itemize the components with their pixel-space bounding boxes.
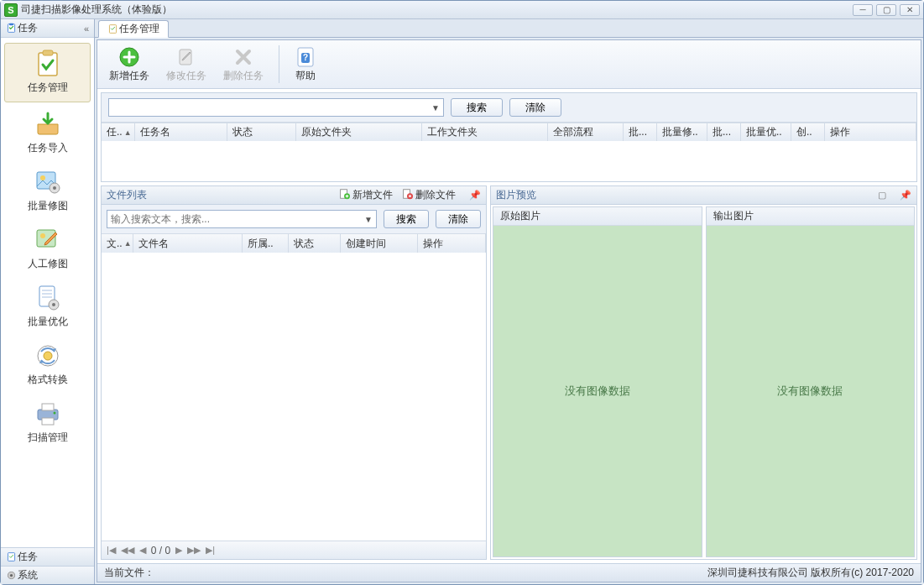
sidebar-item-label: 批量修图 [28, 199, 68, 213]
minimize-button[interactable]: ─ [853, 4, 873, 16]
col-orig-folder[interactable]: 原始文件夹 [296, 123, 422, 141]
edit-task-button[interactable]: 修改任务 [158, 42, 215, 86]
document-gear-icon [31, 283, 65, 313]
svg-point-21 [53, 412, 55, 415]
col-file-name[interactable]: 文件名 [133, 234, 243, 253]
pager-last-icon[interactable]: ▶| [206, 545, 215, 556]
gear-icon [6, 570, 18, 581]
svg-point-7 [53, 186, 56, 190]
svg-rect-1 [9, 24, 13, 25]
clipboard-icon [6, 23, 18, 34]
original-image-box: 原始图片 没有图像数据 [493, 206, 702, 557]
svg-point-15 [52, 303, 55, 306]
file-pager: |◀ ◀◀ ◀ 0 / 0 ▶ ▶▶ ▶| [102, 541, 486, 559]
col-batch2[interactable]: 批... [707, 123, 741, 141]
pin-icon[interactable]: 📌 [900, 190, 911, 201]
file-x-icon [401, 188, 413, 202]
app-icon: S [4, 3, 18, 17]
sidebar-item-label: 批量优化 [28, 315, 68, 329]
image-gear-icon [31, 167, 65, 197]
col-created[interactable]: 创建时间 [341, 234, 418, 253]
btn-label: 删除任务 [223, 69, 264, 83]
col-task-name[interactable]: 任务名 [135, 123, 227, 141]
delete-task-button[interactable]: 删除任务 [215, 42, 272, 86]
sidebar-item-label: 任务管理 [28, 81, 68, 95]
maximize-panel-icon[interactable]: ▢ [878, 190, 886, 201]
task-section: ▼ 搜索 清除 任..▲ 任务名 状态 原始文件夹 工作文件夹 全部流程 批..… [101, 92, 917, 182]
status-current-file: 当前文件： [104, 566, 154, 580]
task-clear-button[interactable]: 清除 [509, 98, 561, 117]
col-task-id[interactable]: 任..▲ [102, 123, 135, 141]
task-search-input[interactable] [112, 102, 431, 113]
col-action[interactable]: 操作 [825, 123, 916, 141]
status-copyright: 深圳司捷科技有限公司 版权所有(c) 2017-2020 [707, 566, 914, 580]
chevron-down-icon[interactable]: ▼ [431, 103, 440, 112]
preview-header: 原始图片 [493, 207, 702, 226]
tab-task-manage[interactable]: 任务管理 [98, 20, 169, 38]
svg-point-17 [44, 352, 52, 360]
sidebar-item-batch-fix[interactable]: 批量修图 [1, 162, 94, 220]
chevron-down-icon[interactable]: ▼ [364, 215, 373, 224]
sidebar-collapse-icon[interactable]: « [84, 24, 89, 34]
sidebar-item-format-convert[interactable]: 格式转换 [1, 336, 94, 394]
pager-first-icon[interactable]: |◀ [107, 545, 116, 556]
clipboard-icon [107, 24, 119, 34]
file-grid-body [102, 253, 486, 541]
maximize-button[interactable]: ▢ [876, 4, 896, 16]
pager-prev-icon[interactable]: ◀ [139, 545, 146, 556]
col-file-id[interactable]: 文..▲ [102, 234, 133, 253]
inbox-icon [31, 109, 65, 139]
sidebar-item-task-manage[interactable]: 任务管理 [4, 43, 91, 102]
add-file-button[interactable]: 新增文件 [338, 188, 393, 202]
btn-label: 帮助 [295, 69, 316, 83]
pager-text: 0 / 0 [151, 545, 170, 556]
printer-icon [31, 399, 65, 429]
sidebar-group-system[interactable]: 系统 [1, 566, 94, 584]
help-button[interactable]: ? 帮助 [286, 42, 325, 86]
col-all-process[interactable]: 全部流程 [548, 123, 624, 141]
app-window: S 司捷扫描影像处理系统（体验版） ─ ▢ ✕ 任务 « 任务 [0, 0, 924, 585]
col-belong[interactable]: 所属.. [243, 234, 289, 253]
convert-icon [31, 341, 65, 371]
pager-next-icon[interactable]: ▶ [175, 545, 182, 556]
sidebar-item-task-import[interactable]: 任务导入 [1, 104, 94, 162]
pager-next-fast-icon[interactable]: ▶▶ [187, 545, 201, 556]
preview-canvas-output: 没有图像数据 [707, 226, 915, 556]
task-search-combo[interactable]: ▼ [108, 98, 444, 117]
svg-rect-20 [42, 418, 54, 425]
col-status[interactable]: 状态 [227, 123, 296, 141]
file-search-input[interactable] [111, 213, 364, 225]
col-action[interactable]: 操作 [418, 234, 486, 253]
pin-icon[interactable]: 📌 [469, 190, 481, 201]
col-create[interactable]: 创.. [791, 123, 825, 141]
sidebar-item-label: 任务导入 [28, 141, 68, 155]
tab-label: 任务管理 [119, 22, 159, 36]
x-icon [233, 45, 253, 69]
file-list-panel: 文件列表 新增文件 [101, 185, 487, 560]
group-label: 任务 [18, 550, 38, 564]
delete-file-button[interactable]: 删除文件 [401, 188, 456, 202]
task-search-button[interactable]: 搜索 [451, 98, 503, 117]
add-task-button[interactable]: 新增任务 [101, 42, 158, 86]
pager-prev-fast-icon[interactable]: ◀◀ [121, 545, 134, 556]
file-search-combo[interactable]: ▼ [107, 210, 377, 228]
group-label: 系统 [18, 568, 38, 582]
col-batch-opt[interactable]: 批量优.. [741, 123, 791, 141]
col-batch-fix[interactable]: 批量修.. [657, 123, 707, 141]
sidebar-item-scan-manage[interactable]: 扫描管理 [1, 394, 94, 452]
svg-rect-3 [43, 50, 53, 55]
col-work-folder[interactable]: 工作文件夹 [422, 123, 548, 141]
col-status[interactable]: 状态 [289, 234, 341, 253]
title-bar: S 司捷扫描影像处理系统（体验版） ─ ▢ ✕ [1, 1, 923, 19]
file-search-button[interactable]: 搜索 [384, 210, 429, 228]
file-clear-button[interactable]: 清除 [436, 210, 481, 228]
panel-title: 文件列表 [107, 188, 338, 202]
plus-circle-icon [118, 45, 140, 69]
close-button[interactable]: ✕ [900, 4, 920, 16]
sidebar-group-task[interactable]: 任务 [1, 547, 94, 566]
tabstrip: 任务管理 [95, 19, 923, 38]
sidebar-item-manual-fix[interactable]: 人工修图 [1, 220, 94, 278]
sidebar-item-batch-optimize[interactable]: 批量优化 [1, 278, 94, 336]
col-batch1[interactable]: 批... [624, 123, 657, 141]
content-area: 任务管理 新增任务 修改任务 [95, 19, 923, 584]
